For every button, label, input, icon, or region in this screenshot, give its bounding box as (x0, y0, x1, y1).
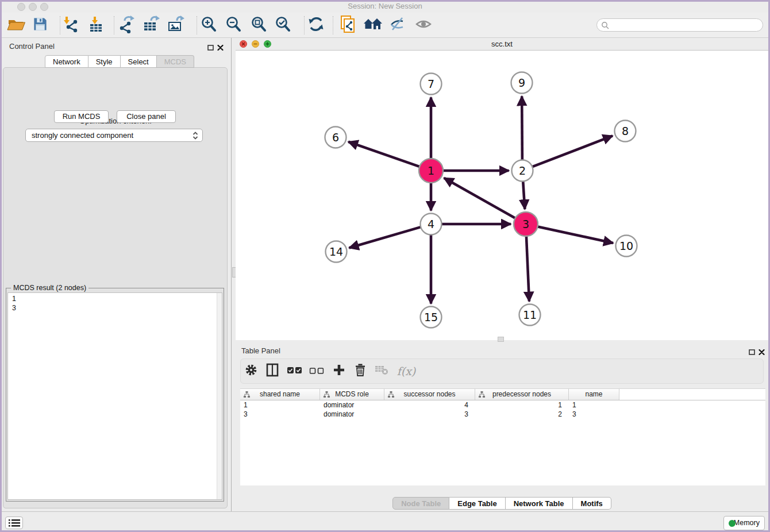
delete-table-icon[interactable] (375, 365, 388, 377)
graph-node-10[interactable]: 10 (616, 236, 637, 257)
close-panel-button[interactable]: Close panel (117, 110, 176, 123)
close-panel-icon[interactable] (759, 347, 765, 357)
graph-node-1[interactable]: 1 (419, 159, 443, 183)
save-icon[interactable] (33, 16, 48, 34)
zoom-selected-icon[interactable] (274, 16, 291, 35)
splitter-handle[interactable] (498, 337, 504, 342)
network-graph[interactable]: 7968124314101511 (236, 51, 768, 340)
graph-edge-2-3[interactable] (523, 180, 525, 209)
mcds-result-list[interactable]: 13 (7, 292, 222, 500)
gear-icon[interactable] (245, 364, 257, 379)
unselect-all-icon[interactable] (310, 366, 324, 376)
zoom-out-icon[interactable] (225, 16, 242, 35)
graph-edge-3-10[interactable] (537, 226, 613, 243)
mcds-result-group: MCDS result (2 nodes) 13 (6, 288, 224, 502)
table-cell[interactable]: 3 (569, 410, 619, 419)
graph-node-6[interactable]: 6 (325, 127, 346, 148)
tab-motifs[interactable]: Motifs (573, 497, 611, 510)
eye-slash-icon[interactable] (389, 16, 406, 35)
search-box (596, 18, 763, 32)
main-toolbar (0, 13, 770, 38)
vertical-splitter[interactable] (231, 38, 236, 511)
table-panel-title: Table Panel (241, 346, 280, 355)
add-row-icon[interactable] (333, 364, 345, 378)
two-houses-icon[interactable] (363, 16, 383, 34)
tab-network-table[interactable]: Network Table (506, 497, 573, 510)
graph-edge-4-14[interactable] (349, 227, 422, 248)
column-header-predecessor-nodes[interactable]: predecessor nodes (475, 389, 569, 400)
graph-node-9[interactable]: 9 (511, 72, 533, 94)
columns-icon[interactable] (266, 363, 279, 379)
import-table-icon[interactable] (87, 16, 105, 35)
refresh-icon[interactable] (307, 16, 325, 35)
app-titlebar: Session: New Session (0, 0, 770, 11)
run-mcds-button[interactable]: Run MCDS (54, 110, 109, 123)
open-folder-icon[interactable] (7, 16, 26, 35)
function-builder-icon[interactable]: f(x) (397, 365, 416, 377)
export-table-icon[interactable] (142, 15, 160, 36)
table-cell[interactable]: dominator (320, 410, 384, 419)
tab-mcds[interactable]: MCDS (157, 55, 194, 68)
table-cell[interactable]: 1 (240, 400, 320, 410)
graph-edge-3-11[interactable] (526, 236, 529, 302)
app-title: Session: New Session (0, 2, 770, 10)
graph-node-3[interactable]: 3 (514, 212, 538, 236)
table-cell[interactable]: 2 (475, 410, 569, 419)
table-cell[interactable]: 1 (475, 400, 569, 410)
graph-edge-2-9[interactable] (522, 96, 522, 160)
graph-node-4[interactable]: 4 (421, 214, 442, 235)
graph-edge-1-6[interactable] (348, 142, 420, 167)
graph-node-label: 8 (622, 125, 629, 137)
network-canvas[interactable]: 7968124314101511 (236, 51, 768, 340)
trash-icon[interactable] (355, 364, 366, 379)
search-input[interactable] (611, 20, 760, 32)
memory-button[interactable]: Memory (723, 516, 765, 530)
float-panel-icon[interactable] (207, 43, 214, 53)
column-header-MCDS-role[interactable]: MCDS role (320, 389, 384, 400)
list-icon (9, 519, 20, 527)
tab-network[interactable]: Network (45, 55, 88, 68)
zoom-fit-icon[interactable] (250, 16, 267, 35)
select-all-icon[interactable] (287, 366, 302, 376)
export-network-icon[interactable] (117, 15, 136, 36)
new-network-from-selection-icon[interactable] (339, 14, 357, 36)
graph-edge-3-1[interactable] (444, 178, 516, 218)
graph-node-label: 11 (523, 309, 537, 321)
show-panels-menu-button[interactable] (5, 516, 23, 529)
graph-edge-2-8[interactable] (532, 136, 613, 167)
graph-node-2[interactable]: 2 (512, 160, 533, 182)
graph-node-11[interactable]: 11 (519, 304, 541, 326)
table-cell[interactable]: 4 (384, 400, 475, 410)
table-cell[interactable]: 1 (569, 400, 619, 410)
graph-node-8[interactable]: 8 (615, 121, 636, 142)
optimization-criterion-label: Optimization criterion: (0, 117, 231, 125)
graph-node-7[interactable]: 7 (421, 74, 442, 95)
scrollbar[interactable] (217, 293, 222, 499)
graph-node-label: 10 (619, 240, 633, 252)
import-network-icon[interactable] (61, 16, 79, 35)
tab-select[interactable]: Select (121, 55, 157, 68)
table-cell[interactable]: 3 (240, 410, 320, 419)
tab-node-table[interactable]: Node Table (392, 497, 449, 510)
tab-style[interactable]: Style (88, 55, 121, 68)
optimization-dropdown[interactable]: strongly connected component (25, 129, 203, 142)
zoom-in-icon[interactable] (200, 16, 217, 35)
eye-icon[interactable] (414, 16, 433, 35)
column-header-successor-nodes[interactable]: successor nodes (384, 389, 475, 400)
graph-node-14[interactable]: 14 (326, 241, 347, 263)
memory-status-dot (729, 520, 736, 527)
close-panel-icon[interactable] (217, 43, 224, 53)
column-header-shared-name[interactable]: shared name (240, 389, 320, 400)
table-cell[interactable]: dominator (320, 400, 384, 410)
table-row[interactable]: 1dominator411 (240, 400, 765, 410)
graph-node-label: 14 (329, 245, 343, 258)
graph-node-15[interactable]: 15 (421, 307, 442, 328)
tab-edge-table[interactable]: Edge Table (449, 497, 505, 510)
graph-node-label: 2 (519, 164, 526, 177)
table-row[interactable]: 3dominator323 (240, 410, 765, 419)
column-header-name[interactable]: name (569, 389, 619, 400)
toolbar-separator (304, 16, 305, 34)
export-image-icon[interactable] (167, 15, 185, 36)
float-panel-icon[interactable] (749, 347, 755, 357)
table-cell[interactable]: 3 (384, 410, 475, 419)
